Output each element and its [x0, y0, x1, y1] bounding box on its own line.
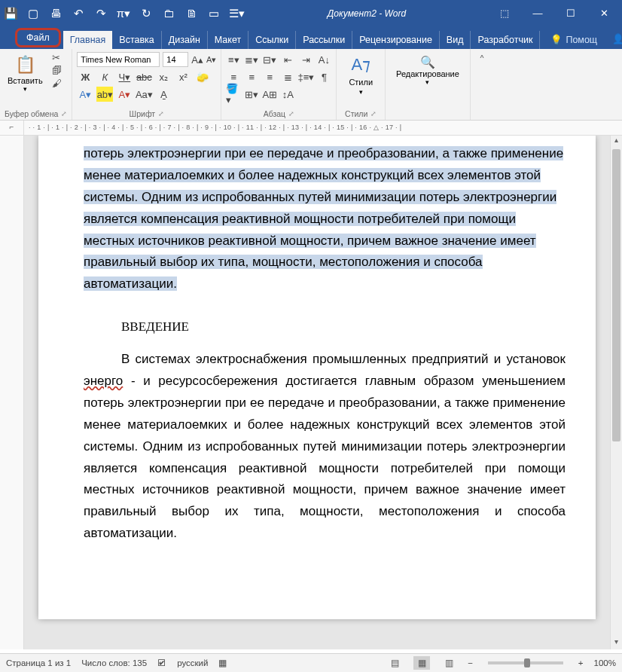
web-layout-icon[interactable]: ▥: [441, 656, 457, 670]
heading[interactable]: ВВЕДЕНИЕ: [84, 316, 566, 338]
document-page[interactable]: потерь электроэнергии при ее передаче и …: [38, 136, 596, 619]
format-painter-icon[interactable]: 🖌: [52, 78, 62, 89]
horizontal-ruler[interactable]: · · 1 · | · 1 · | · 2 · | · 3 · | · 4 · …: [24, 121, 622, 136]
snap-grid-icon[interactable]: A⊞: [262, 87, 277, 102]
group-paragraph: ≡▾ ≣▾ ⊟▾ ⇤ ⇥ A↓ ≡ ≡ ≡ ≣ ‡≡▾ ¶ 🪣▾ ⊞▾ A⊞ ↕…: [221, 49, 337, 120]
tab-developer[interactable]: Разработчик: [471, 31, 540, 49]
macro-icon[interactable]: ▦: [218, 658, 227, 668]
print-icon[interactable]: 🖶: [50, 8, 62, 20]
text-effects-icon[interactable]: A▾: [77, 87, 93, 102]
group-editing: 🔍 Редактирование ▾: [386, 49, 471, 120]
ribbon: 📋 Вставить ▾ ✂ 🗐 🖌 Буфер обмена⤢ A▴ A▾ Ж…: [0, 49, 622, 121]
launcher-icon[interactable]: ⤢: [370, 110, 377, 118]
font-size-input[interactable]: [163, 52, 188, 67]
sort-icon[interactable]: A↓: [316, 52, 331, 67]
vertical-ruler[interactable]: [0, 136, 24, 649]
char-border-icon[interactable]: A̱: [155, 87, 172, 102]
styles-icon: A⁊: [349, 55, 373, 75]
maximize-icon[interactable]: ☐: [557, 4, 584, 23]
tell-me[interactable]: 💡Помощ: [544, 30, 603, 49]
superscript-button[interactable]: x²: [175, 69, 191, 84]
new-doc-icon[interactable]: ▢: [27, 8, 39, 20]
align-center-icon[interactable]: ≡: [244, 69, 259, 84]
tab-file[interactable]: Файл: [15, 28, 61, 47]
font-name-input[interactable]: [77, 52, 160, 67]
tab-design[interactable]: Дизайн: [162, 31, 208, 49]
minimize-icon[interactable]: —: [524, 4, 551, 23]
zoom-out-icon[interactable]: −: [468, 658, 473, 667]
align-left-icon[interactable]: ≡: [226, 69, 241, 84]
collapse-ribbon-icon[interactable]: ˄: [471, 49, 493, 120]
page-indicator[interactable]: Страница 1 из 1: [6, 658, 71, 667]
decrease-indent-icon[interactable]: ⇤: [280, 52, 295, 67]
numbering-icon[interactable]: ≣▾: [244, 52, 259, 67]
share-button[interactable]: 👤Общий доступ: [603, 28, 622, 49]
change-case-icon[interactable]: Aa▾: [136, 87, 152, 102]
zoom-knob[interactable]: [524, 658, 530, 667]
styles-gallery[interactable]: A⁊ Стили ▾: [341, 52, 380, 99]
line-spacing-icon[interactable]: ‡≡▾: [298, 69, 313, 84]
close-icon[interactable]: ✕: [590, 4, 617, 23]
body-paragraph[interactable]: В системах электроснабжения промышленных…: [84, 349, 566, 545]
save-icon[interactable]: 💾: [5, 8, 17, 20]
scroll-up-icon[interactable]: ▴: [611, 136, 622, 148]
borders-icon[interactable]: ⊞▾: [244, 87, 259, 102]
tab-home[interactable]: Главная: [63, 31, 113, 49]
zoom-slider[interactable]: [488, 661, 563, 664]
shrink-font-icon[interactable]: A▾: [206, 55, 216, 65]
vertical-scrollbar[interactable]: ▴ ▾: [610, 136, 622, 649]
read-mode-icon[interactable]: ▤: [386, 656, 403, 670]
tab-mailings[interactable]: Рассылки: [296, 31, 352, 49]
highlight-icon[interactable]: ab▾: [96, 87, 113, 102]
zoom-in-icon[interactable]: +: [578, 658, 584, 667]
selected-text[interactable]: потерь электроэнергии при ее передаче и …: [84, 146, 563, 291]
cut-icon[interactable]: ✂: [52, 52, 62, 63]
folder-icon[interactable]: 🗀: [163, 8, 175, 20]
bold-button[interactable]: Ж: [77, 69, 93, 84]
form-icon[interactable]: ☰▾: [230, 8, 242, 20]
shading-icon[interactable]: 🪣▾: [226, 87, 241, 102]
redo-icon[interactable]: ↷: [95, 8, 107, 20]
pi-icon[interactable]: π▾: [117, 8, 130, 20]
justify-icon[interactable]: ≣: [280, 69, 295, 84]
tab-view[interactable]: Вид: [440, 31, 471, 49]
clear-format-icon[interactable]: 🧽: [194, 69, 211, 84]
tab-review[interactable]: Рецензирование: [352, 31, 440, 49]
subscript-button[interactable]: x₂: [155, 69, 172, 84]
grow-font-icon[interactable]: A▴: [191, 54, 203, 66]
ribbon-tabs: Файл Главная Вставка Дизайн Макет Ссылки…: [0, 26, 622, 49]
spellcheck-word[interactable]: энерго: [84, 374, 123, 388]
underline-button[interactable]: Ч▾: [116, 69, 133, 84]
font-color-icon[interactable]: A▾: [116, 87, 133, 102]
print-layout-icon[interactable]: ▦: [413, 656, 430, 670]
tab-references[interactable]: Ссылки: [248, 31, 296, 49]
language-indicator[interactable]: русский: [177, 658, 208, 667]
show-marks-icon[interactable]: ¶: [316, 69, 331, 84]
scroll-down-icon[interactable]: ▾: [611, 637, 622, 649]
paste-button[interactable]: 📋 Вставить ▾: [5, 52, 46, 108]
increase-indent-icon[interactable]: ⇥: [298, 52, 313, 67]
multilevel-icon[interactable]: ⊟▾: [262, 52, 277, 67]
word-count[interactable]: Число слов: 135: [81, 658, 147, 667]
page-scroll[interactable]: потерь электроэнергии при ее передаче и …: [24, 136, 610, 649]
tab-insert[interactable]: Вставка: [112, 31, 161, 49]
refresh-icon[interactable]: ↻: [140, 8, 152, 20]
zoom-level[interactable]: 100%: [594, 658, 616, 667]
copy-icon[interactable]: 🗐: [52, 65, 62, 76]
object-icon[interactable]: ▭: [208, 8, 220, 20]
launcher-icon[interactable]: ⤢: [288, 110, 294, 118]
page-icon[interactable]: 🗎: [185, 8, 197, 20]
proofing-icon[interactable]: 🗹: [157, 658, 166, 667]
bullets-icon[interactable]: ≡▾: [226, 52, 241, 67]
undo-icon[interactable]: ↶: [72, 8, 84, 20]
italic-button[interactable]: К: [96, 69, 113, 84]
launcher-icon[interactable]: ⤢: [158, 110, 164, 118]
strike-button[interactable]: abc: [136, 69, 152, 84]
scroll-thumb[interactable]: [612, 149, 620, 441]
launcher-icon[interactable]: ⤢: [61, 110, 67, 118]
text-direction-icon[interactable]: ↕A: [280, 87, 295, 102]
ribbon-options-icon[interactable]: ⬚: [491, 4, 518, 23]
editing-menu[interactable]: 🔍 Редактирование ▾: [390, 52, 465, 89]
tab-layout[interactable]: Макет: [208, 31, 248, 49]
align-right-icon[interactable]: ≡: [262, 69, 277, 84]
